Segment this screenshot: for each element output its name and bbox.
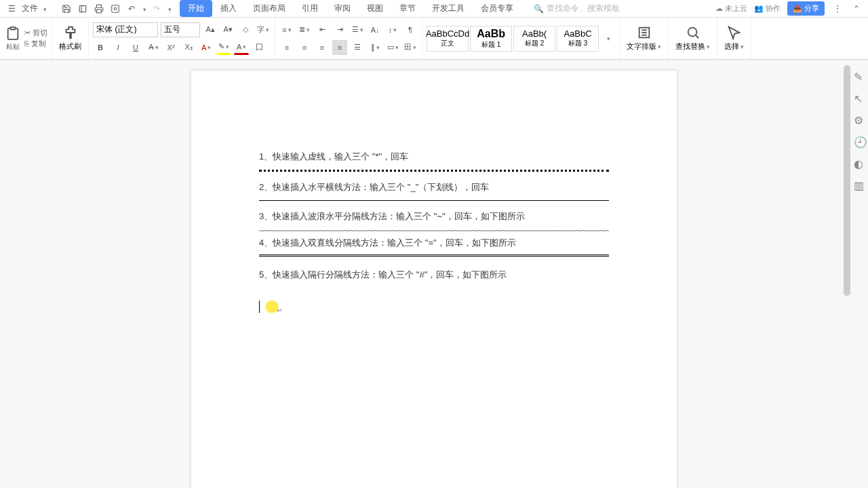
undo-icon[interactable]: ↶	[125, 3, 138, 15]
text-effect-icon[interactable]: A	[199, 40, 214, 55]
select-button[interactable]: 选择	[717, 18, 751, 59]
styles-more-icon[interactable]	[600, 31, 615, 46]
document-page[interactable]: 1、快速输入虚线，输入三个 "*"，回车 2、快速插入水平横线方法：输入三个 "…	[191, 71, 677, 488]
collab-button[interactable]: 👥 协作	[754, 3, 781, 14]
style-normal[interactable]: AaBbCcDd正文	[427, 26, 469, 52]
doc-line-4: 4、快速插入双直线分隔线方法：输入三个 "="，回车，如下图所示	[259, 231, 609, 255]
separator-dotted	[259, 170, 609, 172]
workspace: 1、快速输入虚线，输入三个 "*"，回车 2、快速插入水平横线方法：输入三个 "…	[0, 60, 868, 488]
svg-rect-0	[79, 5, 85, 12]
edit-tool-icon[interactable]: ✎	[854, 71, 866, 83]
collapse-ribbon-icon[interactable]: ⌃	[850, 3, 863, 15]
shading-icon[interactable]: ▭	[385, 40, 400, 55]
cut-button[interactable]: ✂ 剪切	[24, 28, 47, 38]
strikethrough-icon[interactable]: A̶	[146, 40, 161, 55]
borders-icon[interactable]: 田	[403, 40, 418, 55]
tab-review[interactable]: 审阅	[326, 0, 359, 17]
tab-reference[interactable]: 引用	[294, 0, 326, 17]
italic-icon[interactable]: I	[111, 40, 125, 55]
tab-pagelayout[interactable]: 页面布局	[245, 0, 294, 17]
line-spacing-top-icon[interactable]: ↕	[385, 22, 400, 37]
more-icon[interactable]: ⋮	[831, 3, 844, 15]
underline-icon[interactable]: U	[128, 40, 143, 55]
command-search[interactable]: 🔍 查找命令、搜索模板	[534, 3, 620, 14]
doc-line-3: 3、快速插入波浪水平分隔线方法：输入三个 "~"，回车，如下图所示	[259, 205, 609, 228]
indent-right-icon[interactable]: ⇥	[332, 22, 347, 37]
svg-rect-1	[97, 10, 102, 13]
vertical-scrollbar[interactable]	[844, 65, 850, 296]
bullets-icon[interactable]: ≡	[279, 22, 294, 37]
font-size-select[interactable]	[161, 22, 200, 37]
subscript-icon[interactable]: X₂	[181, 40, 196, 55]
align-distribute-icon[interactable]: ☰	[350, 40, 365, 55]
style-heading1[interactable]: AaBb标题 1	[470, 26, 512, 52]
font-name-select[interactable]	[93, 22, 158, 37]
copy-button[interactable]: ⎘ 复制	[24, 39, 47, 49]
app-menu-icon[interactable]: ☰	[5, 3, 18, 15]
sort-icon[interactable]: A↓	[368, 22, 382, 37]
font-color-icon[interactable]: A	[234, 40, 249, 55]
preview-icon[interactable]	[109, 3, 121, 15]
show-marks-icon[interactable]: ¶	[403, 22, 418, 37]
align-left-icon[interactable]: ≡	[279, 40, 294, 55]
paragraph-mark-icon: ↵	[277, 301, 283, 320]
align-center-icon[interactable]: ≡	[297, 40, 312, 55]
print-preview-icon[interactable]	[77, 3, 89, 15]
print-icon[interactable]	[93, 3, 105, 15]
svg-line-10	[696, 35, 698, 38]
style-heading3[interactable]: AaBbC标题 3	[557, 26, 599, 52]
tab-section[interactable]: 章节	[391, 0, 424, 17]
char-border-icon[interactable]: 囗	[252, 40, 267, 55]
highlight-icon[interactable]: ✎	[216, 40, 231, 55]
tab-start[interactable]: 开始	[180, 0, 212, 17]
superscript-icon[interactable]: X²	[163, 40, 178, 55]
numbering-icon[interactable]: ≣	[297, 22, 312, 37]
file-menu-dropdown[interactable]	[42, 4, 47, 14]
change-case-icon[interactable]: 字	[256, 22, 271, 37]
svg-rect-4	[10, 26, 15, 29]
ribbon-tabs: 开始 插入 页面布局 引用 审阅 视图 章节 开发工具 会员专享	[180, 0, 521, 17]
cloud-status[interactable]: ☁ 未上云	[715, 3, 747, 14]
ribbon: 粘贴 ✂ 剪切 ⎘ 复制 格式刷 A▴ A▾ ◇ 字 B I U A̶ X² X…	[0, 18, 868, 60]
redo-icon[interactable]: ↷	[151, 3, 163, 15]
text-layout-button[interactable]: 文字排版	[620, 18, 669, 59]
indent-left-icon[interactable]: ⇤	[315, 22, 330, 37]
doc-line-1: 1、快速输入虚线，输入三个 "*"，回车	[259, 145, 609, 168]
align-right-icon[interactable]: ≡	[315, 40, 330, 55]
format-brush-button[interactable]: 格式刷	[52, 18, 89, 59]
share-button[interactable]: 📤 分享	[787, 1, 825, 16]
tab-insert[interactable]: 插入	[212, 0, 245, 17]
history-tool-icon[interactable]: 🕘	[854, 136, 866, 148]
tab-view[interactable]: 视图	[359, 0, 391, 17]
scrollbar-thumb[interactable]	[844, 65, 850, 296]
asian-layout-icon[interactable]: ☰	[350, 22, 365, 37]
tab-member[interactable]: 会员专享	[473, 0, 521, 17]
file-menu[interactable]: 文件	[22, 3, 38, 14]
shrink-font-icon[interactable]: A▾	[220, 22, 235, 37]
separator-solid	[259, 200, 609, 201]
undo-dropdown[interactable]	[142, 4, 146, 14]
bold-icon[interactable]: B	[93, 40, 108, 55]
tab-devtools[interactable]: 开发工具	[424, 0, 473, 17]
align-justify-icon[interactable]: ≡	[332, 40, 347, 55]
clipboard-group: 粘贴 ✂ 剪切 ⎘ 复制	[0, 18, 52, 59]
text-layout-label: 文字排版	[627, 41, 661, 52]
clear-format-icon[interactable]: ◇	[238, 22, 253, 37]
search-icon: 🔍	[534, 4, 544, 14]
search-placeholder: 查找命令、搜索模板	[547, 3, 620, 14]
doc-line-5: 5、快速插入隔行分隔线方法：输入三个 "#"，回车，如下图所示	[259, 263, 609, 286]
grow-font-icon[interactable]: A▴	[203, 22, 218, 37]
find-replace-button[interactable]: 查找替换	[669, 18, 717, 59]
help-tool-icon[interactable]: ◐	[854, 157, 866, 170]
select-tool-icon[interactable]: ↖	[854, 92, 866, 105]
paste-button[interactable]: 粘贴	[4, 26, 22, 52]
redo-dropdown[interactable]	[167, 4, 172, 14]
text-caret	[259, 301, 260, 313]
settings-tool-icon[interactable]: ⚙	[854, 114, 866, 126]
doc-line-2: 2、快速插入水平横线方法：输入三个 "_"（下划线），回车	[259, 176, 609, 199]
save-icon[interactable]	[60, 3, 73, 15]
style-heading2[interactable]: AaBb(标题 2	[513, 26, 555, 52]
side-toolbar: ✎ ↖ ⚙ 🕘 ◐ ▥	[852, 60, 868, 191]
panel-tool-icon[interactable]: ▥	[854, 179, 866, 191]
line-spacing-icon[interactable]: ‖	[368, 40, 382, 55]
